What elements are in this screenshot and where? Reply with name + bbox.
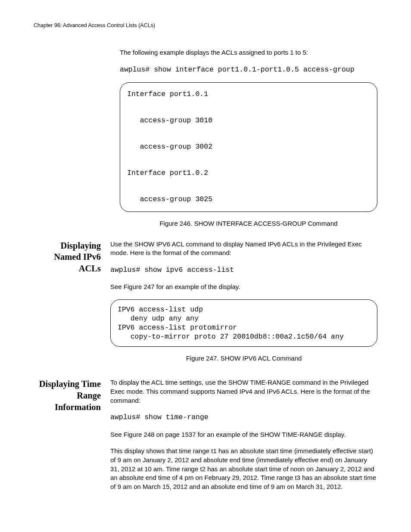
running-header: Chapter 96: Advanced Access Control List… — [34, 22, 377, 28]
page: Chapter 96: Advanced Access Control List… — [0, 0, 411, 532]
ipv6-paragraph-1: Use the SHOW IPV6 ACL command to display… — [110, 240, 377, 258]
side-heading-ipv6: Displaying Named IPv6 ACLs — [34, 240, 110, 274]
intro-block: The following example displays the ACLs … — [120, 48, 377, 227]
command-line: awplus# show time-range — [110, 413, 377, 422]
section-body-ipv6: Use the SHOW IPV6 ACL command to display… — [110, 240, 377, 375]
command-line: awplus# show interface port1.0.1-port1.0… — [120, 65, 377, 75]
figure-caption-246: Figure 246. SHOW INTERFACE ACCESS-GROUP … — [120, 220, 377, 227]
section-timerange: Displaying Time Range Information To dis… — [34, 378, 377, 499]
intro-paragraph: The following example displays the ACLs … — [120, 48, 377, 57]
output-box-247: IPV6 access-list udp deny udp any any IP… — [110, 299, 377, 347]
output-box-246: Interface port1.0.1 access-group 3010 ac… — [120, 82, 377, 212]
command-line: awplus# show ipv6 access-list — [110, 265, 377, 275]
ipv6-paragraph-2: See Figure 247 for an example of the dis… — [110, 283, 377, 292]
section-body-timerange: To display the ACL time settings, use th… — [110, 378, 377, 499]
side-heading-timerange: Displaying Time Range Information — [34, 378, 110, 413]
time-paragraph-2: See Figure 248 on page 1537 for an examp… — [110, 430, 377, 439]
figure-caption-247: Figure 247. SHOW IPV6 ACL Command — [110, 355, 377, 362]
section-ipv6: Displaying Named IPv6 ACLs Use the SHOW … — [34, 240, 377, 375]
time-paragraph-3: This display shows that time range t1 ha… — [110, 447, 377, 491]
time-paragraph-1: To display the ACL time settings, use th… — [110, 378, 377, 405]
